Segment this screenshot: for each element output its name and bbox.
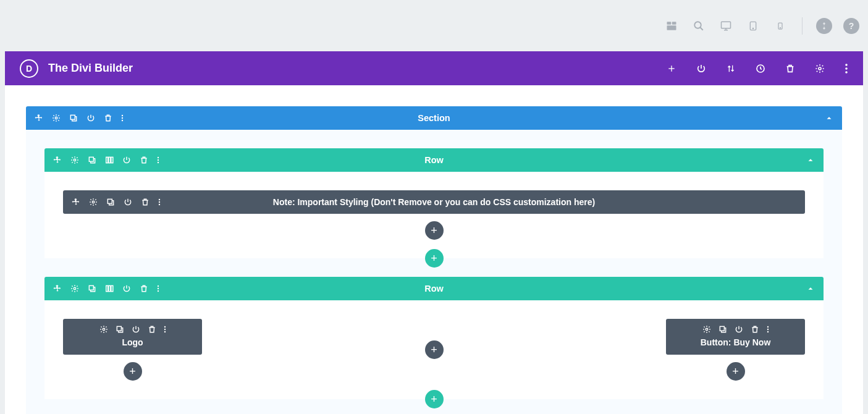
logo-letter: D [26, 64, 32, 74]
duplicate-icon[interactable] [88, 156, 96, 164]
svg-point-28 [158, 159, 159, 161]
add-row-button[interactable]: + [425, 249, 444, 268]
row-bar-icons [53, 156, 159, 164]
gear-icon[interactable] [52, 114, 61, 122]
trash-icon[interactable] [141, 198, 150, 206]
svg-point-15 [845, 67, 848, 70]
svg-rect-49 [720, 326, 724, 331]
power-icon[interactable] [122, 156, 131, 164]
add-module-button[interactable]: + [425, 340, 444, 359]
module-icons [72, 325, 193, 334]
more-icon[interactable] [767, 325, 769, 334]
row-bar[interactable]: Row [44, 277, 824, 300]
more-icon[interactable] [157, 156, 159, 164]
help-icon[interactable]: ? [843, 18, 859, 34]
power-icon[interactable] [696, 64, 706, 74]
svg-point-20 [122, 117, 123, 119]
duplicate-icon[interactable] [718, 325, 727, 334]
trash-icon[interactable] [140, 284, 148, 293]
more-icon[interactable] [157, 284, 159, 293]
gear-icon[interactable] [70, 156, 79, 164]
move-icon[interactable] [53, 284, 62, 293]
svg-line-4 [700, 27, 703, 30]
svg-point-35 [74, 287, 76, 290]
svg-rect-5 [722, 22, 731, 28]
gear-icon[interactable] [70, 284, 79, 293]
svg-point-3 [694, 22, 701, 28]
svg-point-11 [780, 27, 781, 28]
add-module-button[interactable]: + [124, 362, 142, 381]
power-icon[interactable] [132, 325, 140, 334]
gear-icon[interactable] [99, 325, 108, 334]
more-icon[interactable] [164, 325, 166, 334]
svg-rect-39 [111, 285, 113, 291]
section-label: Section [418, 113, 450, 123]
svg-point-48 [706, 328, 708, 331]
power-icon[interactable] [735, 325, 743, 334]
history-icon[interactable] [756, 64, 765, 74]
svg-point-50 [767, 326, 768, 327]
portability-icon[interactable] [816, 18, 832, 34]
tablet-view-icon[interactable] [745, 18, 761, 34]
module-button[interactable]: Button: Buy Now [666, 319, 805, 355]
move-icon[interactable] [72, 198, 80, 206]
svg-rect-0 [667, 22, 672, 25]
gear-icon[interactable] [702, 325, 711, 334]
svg-rect-18 [70, 115, 75, 119]
svg-rect-31 [107, 199, 112, 203]
row-bar[interactable]: Row [44, 148, 824, 172]
add-module-button[interactable]: + [727, 362, 745, 381]
trash-icon[interactable] [148, 325, 156, 334]
svg-point-45 [164, 326, 165, 327]
settings-icon[interactable] [815, 64, 825, 74]
power-icon[interactable] [122, 284, 131, 293]
chevron-up-icon[interactable] [806, 284, 815, 293]
power-icon[interactable] [124, 198, 132, 206]
duplicate-icon[interactable] [106, 198, 115, 206]
row-wrapper-1: Row Note: Important Styling (Don't Remov… [44, 148, 824, 258]
more-icon[interactable] [121, 114, 124, 122]
svg-rect-44 [117, 326, 121, 331]
section-bar[interactable]: Section [26, 106, 842, 130]
svg-rect-24 [106, 157, 108, 163]
svg-rect-38 [109, 285, 111, 291]
desktop-view-icon[interactable] [718, 18, 734, 34]
module-note[interactable]: Note: Important Styling (Don't Remove or… [63, 190, 805, 214]
chevron-up-icon[interactable] [825, 114, 833, 122]
trash-icon[interactable] [104, 114, 112, 122]
svg-point-34 [159, 204, 160, 205]
phone-view-icon[interactable] [772, 18, 788, 34]
svg-point-17 [55, 117, 57, 119]
delete-icon[interactable] [785, 64, 795, 74]
add-icon[interactable] [667, 64, 676, 74]
add-row-button[interactable]: + [425, 390, 444, 408]
zoom-icon[interactable] [691, 18, 707, 34]
wireframe-view-icon[interactable] [664, 18, 680, 34]
columns-icon[interactable] [105, 156, 114, 164]
duplicate-icon[interactable] [69, 114, 78, 122]
move-icon[interactable] [53, 156, 62, 164]
trash-icon[interactable] [751, 325, 759, 334]
module-bar-icons [72, 198, 161, 206]
duplicate-icon[interactable] [88, 284, 96, 293]
trash-icon[interactable] [140, 156, 148, 164]
add-module-button[interactable]: + [425, 221, 444, 240]
chevron-up-icon[interactable] [806, 156, 815, 164]
svg-rect-1 [672, 22, 676, 25]
move-icon[interactable] [35, 114, 43, 122]
row-wrapper-2: Row [44, 277, 824, 399]
module-logo[interactable]: Logo [63, 319, 202, 355]
svg-point-21 [122, 120, 123, 121]
power-icon[interactable] [86, 114, 95, 122]
top-toolbar: ? [0, 0, 868, 51]
sort-icon[interactable] [726, 64, 736, 74]
svg-point-42 [158, 290, 159, 292]
module-icons [675, 325, 796, 334]
duplicate-icon[interactable] [116, 325, 124, 334]
more-icon[interactable] [845, 64, 848, 74]
columns-icon[interactable] [105, 284, 114, 293]
builder-title: The Divi Builder [48, 62, 667, 75]
more-icon[interactable] [158, 198, 161, 206]
gear-icon[interactable] [89, 198, 98, 206]
svg-point-19 [122, 115, 123, 116]
